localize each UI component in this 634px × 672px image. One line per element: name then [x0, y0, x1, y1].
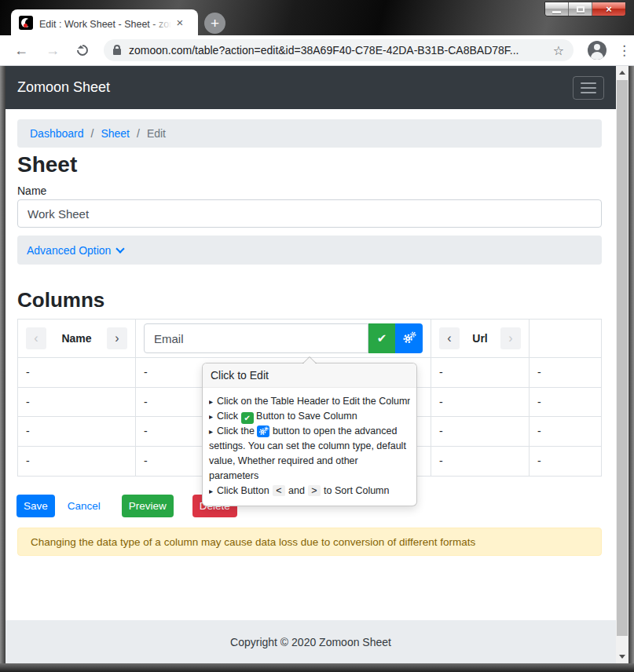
table-header-row: ‹ Name › ✔ — [18, 320, 601, 358]
tooltip-line: ▸Click on the Table Header to Edit the C… — [209, 394, 410, 409]
save-column-button[interactable]: ✔ — [368, 323, 395, 353]
tooltip-title: Click to Edit — [203, 363, 416, 388]
breadcrumb-dashboard-link[interactable]: Dashboard — [30, 127, 84, 140]
tab-title-wrap: Edit : Work Sheet - Sheet - zom — [39, 16, 171, 29]
breadcrumb-sheet-link[interactable]: Sheet — [101, 127, 130, 140]
browser-tab[interactable]: Edit : Work Sheet - Sheet - zom × — [11, 9, 198, 35]
gears-icon — [402, 331, 416, 346]
advanced-option-toggle[interactable]: Advanced Option — [27, 244, 123, 257]
breadcrumb-current: Edit — [147, 127, 166, 140]
scrollbar-thumb[interactable] — [617, 80, 628, 636]
app-brand[interactable]: Zomoon Sheet — [17, 79, 110, 96]
warning-text: Changing the data type of a column may c… — [31, 536, 475, 548]
plus-icon: + — [211, 15, 219, 32]
chevron-down-icon — [116, 244, 125, 253]
caret-icon: ▸ — [209, 487, 213, 495]
caret-icon: ▸ — [209, 427, 213, 436]
minimize-icon — [552, 11, 561, 13]
bookmark-star-icon[interactable]: ☆ — [553, 43, 564, 58]
sheet-heading: Sheet — [17, 152, 77, 177]
window-controls: × — [544, 2, 626, 16]
sort-left-button[interactable]: ‹ — [439, 327, 460, 349]
browser-window: Edit : Work Sheet - Sheet - zom × + × ← … — [0, 0, 634, 672]
breadcrumb-separator: / — [91, 127, 94, 140]
table-cell: - — [530, 388, 601, 417]
tab-title-fade — [151, 16, 171, 29]
url-text[interactable]: zomoon.com/table?action=edit&id=38A69F40… — [129, 44, 519, 57]
tooltip-line: ▸Click the button to open the advanced s… — [209, 424, 410, 484]
columns-heading: Columns — [17, 288, 104, 312]
caret-icon: ▸ — [209, 397, 213, 406]
check-icon: ✔ — [377, 331, 387, 345]
titlebar: Edit : Work Sheet - Sheet - zom × + × — [0, 0, 634, 35]
close-button[interactable]: × — [592, 2, 625, 16]
sort-key: > — [308, 485, 320, 496]
back-icon[interactable]: ← — [14, 43, 28, 57]
table-cell: - — [530, 447, 601, 477]
save-button[interactable]: Save — [16, 495, 55, 517]
forward-icon: → — [46, 43, 60, 57]
table-cell: - — [18, 417, 136, 446]
tooltip-line: ▸Click Button < and > to Sort Column — [209, 484, 410, 499]
table-cell: - — [18, 388, 136, 417]
header-cell-empty[interactable] — [530, 320, 601, 357]
tooltip-body: ▸Click on the Table Header to Edit the C… — [203, 388, 416, 506]
advanced-column-settings-button[interactable] — [395, 323, 423, 353]
sheet-name-input[interactable] — [17, 199, 602, 228]
hamburger-icon — [581, 82, 596, 84]
minimize-button[interactable] — [545, 2, 569, 16]
tooltip-text: Click on the Table Header to Edit the Co… — [217, 396, 410, 407]
tooltip-text: and — [286, 485, 308, 496]
table-cell: - — [431, 417, 530, 446]
sort-left-button: ‹ — [26, 327, 46, 349]
column-name-label[interactable]: Name — [61, 332, 91, 345]
column-edit-input[interactable] — [144, 323, 368, 353]
tooltip-text: Button to Save Column — [254, 411, 357, 422]
sort-key: < — [273, 485, 284, 496]
maximize-icon — [577, 6, 585, 13]
page-scrollbar[interactable] — [616, 66, 629, 663]
browser-menu-icon[interactable]: ⋮ — [618, 42, 631, 59]
sort-right-button[interactable]: › — [107, 327, 127, 349]
sort-right-button: › — [500, 327, 521, 349]
cancel-link[interactable]: Cancel — [68, 500, 101, 512]
check-icon: ✔ — [241, 412, 254, 424]
table-cell: - — [18, 447, 136, 477]
breadcrumb: Dashboard / Sheet / Edit — [17, 119, 602, 148]
column-url-label[interactable]: Url — [472, 332, 487, 345]
edit-tooltip-popover: Click to Edit ▸Click on the Table Header… — [202, 363, 417, 506]
tab-close-icon[interactable]: × — [173, 16, 187, 28]
header-cell-editing: ✔ — [136, 320, 431, 357]
window-border-left — [0, 66, 5, 663]
warning-alert: Changing the data type of a column may c… — [17, 528, 602, 556]
tooltip-text: Click the — [217, 425, 257, 436]
preview-button[interactable]: Preview — [122, 495, 174, 517]
table-cell: - — [18, 358, 136, 387]
scroll-down-arrow[interactable] — [616, 651, 629, 663]
new-tab-button[interactable]: + — [204, 13, 225, 34]
navbar-toggler-button[interactable] — [573, 76, 604, 100]
header-cell-url[interactable]: ‹ Url › — [431, 320, 530, 357]
tooltip-text: Click Button — [217, 485, 272, 496]
scroll-up-arrow[interactable] — [616, 66, 629, 79]
profile-avatar-icon[interactable] — [588, 41, 607, 60]
tooltip-line: ▸Click ✔ Button to Save Column — [209, 409, 410, 424]
maximize-button[interactable] — [569, 2, 592, 16]
page-content: Zomoon Sheet Dashboard / Sheet / Edit Sh… — [5, 66, 616, 663]
table-cell: - — [431, 358, 530, 387]
header-cell-name[interactable]: ‹ Name › — [18, 320, 136, 357]
address-bar[interactable]: zomoon.com/table?action=edit&id=38A69F40… — [104, 39, 574, 61]
caret-icon: ▸ — [209, 412, 213, 421]
tooltip-text: Click — [217, 411, 241, 422]
breadcrumb-separator: / — [137, 127, 140, 140]
page-footer: Copyright © 2020 Zomoon Sheet — [5, 620, 616, 663]
gears-icon — [257, 425, 269, 437]
copyright-text: Copyright © 2020 Zomoon Sheet — [230, 636, 391, 648]
table-cell: - — [431, 447, 530, 477]
site-favicon-icon — [19, 16, 33, 30]
window-border-bottom — [0, 663, 634, 672]
tooltip-text: to Sort Column — [321, 485, 390, 496]
table-cell: - — [431, 388, 530, 417]
table-cell: - — [530, 417, 601, 446]
reload-icon[interactable] — [75, 42, 90, 58]
